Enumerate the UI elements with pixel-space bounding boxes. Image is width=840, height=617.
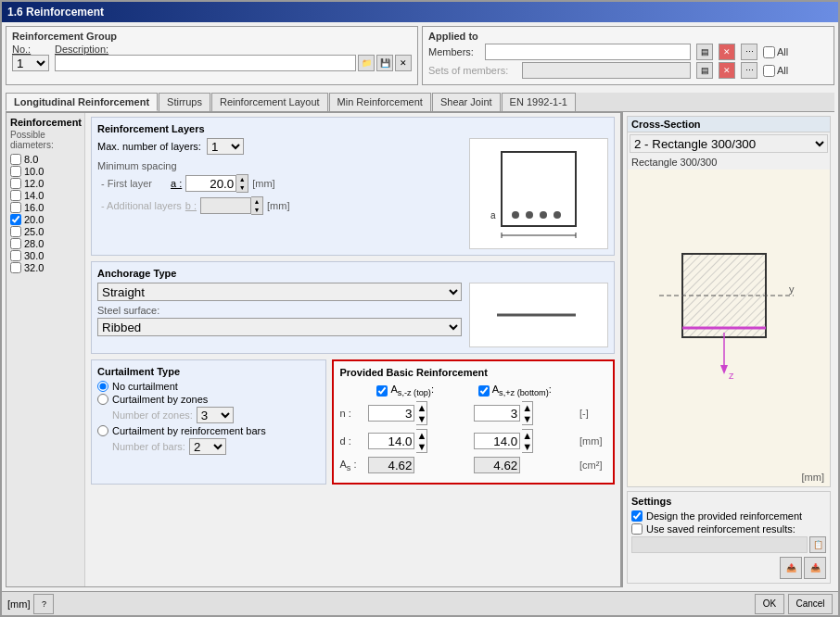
- reinforcement-left-panel: Reinforcement Possiblediameters: 8.0 10.…: [6, 113, 85, 586]
- settings-export-btn[interactable]: 📤: [780, 557, 802, 579]
- by-bars-radio[interactable]: [97, 425, 108, 436]
- steel-surface-select[interactable]: Ribbed Plain: [97, 318, 462, 336]
- members-input[interactable]: 7: [485, 44, 691, 60]
- window-title: 1.6 Reinforcement: [7, 6, 104, 19]
- members-select-btn[interactable]: ▤: [696, 44, 713, 60]
- tab-en[interactable]: EN 1992-1-1: [502, 93, 576, 111]
- top-reinf-checkbox[interactable]: [376, 385, 388, 397]
- by-zones-label: Curtailment by zones: [112, 394, 208, 405]
- description-input[interactable]: [55, 55, 356, 71]
- d-bottom-down[interactable]: ▼: [522, 441, 532, 452]
- n-bottom-down[interactable]: ▼: [522, 413, 532, 424]
- sets-select-btn[interactable]: ▤: [696, 62, 713, 79]
- svg-rect-11: [682, 254, 766, 337]
- anchorage-title: Anchorage Type: [97, 268, 608, 279]
- sets-delete-btn[interactable]: ✕: [719, 62, 735, 79]
- as-bottom-input[interactable]: [474, 457, 520, 473]
- unit-label: [mm]: [7, 598, 30, 610]
- diameter-25-value: 25.0: [24, 226, 44, 237]
- reinforcement-main-area: Reinforcement Layers Max. number of laye…: [85, 113, 620, 586]
- tab-min-reinf[interactable]: Min Reinforcement: [329, 93, 431, 111]
- d-bottom-input[interactable]: [474, 433, 520, 449]
- diameter-16-check[interactable]: [10, 202, 21, 213]
- anchorage-type-select[interactable]: Straight Hook Loop: [97, 283, 462, 301]
- diameter-8-check[interactable]: [10, 154, 21, 165]
- tab-shear[interactable]: Shear Joint: [432, 93, 501, 111]
- diameter-10-value: 10.0: [24, 166, 44, 177]
- n-top-input[interactable]: [368, 405, 414, 422]
- n-top-down[interactable]: ▼: [416, 413, 426, 424]
- settings-import-btn[interactable]: 📥: [804, 557, 826, 579]
- as-top-input[interactable]: [368, 457, 414, 473]
- bars-count-select[interactable]: 2 3 4: [189, 438, 226, 455]
- members-all-checkbox[interactable]: [763, 46, 775, 58]
- diameter-14-check[interactable]: [10, 190, 21, 201]
- sets-all-checkbox[interactable]: [763, 65, 775, 77]
- zones-count-select[interactable]: 3 2 4: [197, 407, 234, 423]
- by-zones-radio[interactable]: [97, 394, 108, 405]
- first-layer-down-arrow[interactable]: ▼: [236, 183, 248, 192]
- folder-open-btn[interactable]: 📁: [358, 55, 375, 71]
- n-top-up[interactable]: ▲: [416, 402, 426, 413]
- diameter-32: 32.0: [10, 262, 81, 273]
- sets-input[interactable]: [522, 62, 691, 79]
- cross-section-dropdown[interactable]: 2 - Rectangle 300/300: [630, 134, 828, 153]
- bottom-bar: [mm] ? OK Cancel: [2, 591, 838, 615]
- tab-stirrups[interactable]: Stirrups: [159, 93, 210, 111]
- d-top-input[interactable]: [368, 433, 414, 449]
- diameter-32-check[interactable]: [10, 262, 21, 273]
- saved-reinf-input[interactable]: [631, 536, 808, 553]
- layers-title: Reinforcement Layers: [97, 123, 608, 134]
- ok-btn[interactable]: OK: [755, 594, 784, 614]
- help-btn[interactable]: ?: [33, 594, 54, 614]
- no-select[interactable]: 1: [12, 55, 49, 71]
- add-layers-b: b :: [185, 200, 197, 211]
- add-layers-up-arrow[interactable]: ▲: [251, 197, 262, 206]
- members-more-btn[interactable]: ⋯: [741, 44, 757, 60]
- no-curtailment-radio[interactable]: [97, 381, 108, 392]
- diameter-16-value: 16.0: [24, 202, 44, 213]
- diameter-30-check[interactable]: [10, 250, 21, 261]
- applied-to-label: Applied to: [428, 31, 828, 42]
- diameter-20-check[interactable]: [10, 214, 21, 225]
- tab-layout[interactable]: Reinforcement Layout: [211, 93, 328, 111]
- cross-section-header: Cross-Section: [628, 117, 830, 132]
- svg-point-4: [554, 211, 561, 219]
- max-layers-select[interactable]: 1 2 3: [207, 138, 244, 155]
- diameter-12-value: 12.0: [24, 178, 44, 189]
- saved-checkbox[interactable]: [631, 523, 643, 535]
- add-layers-unit: [mm]: [267, 200, 289, 211]
- diameter-12-check[interactable]: [10, 178, 21, 189]
- top-reinf-label: As,-z (top):: [390, 384, 434, 397]
- cross-section-canvas: y z [mm]: [628, 170, 830, 486]
- svg-text:z: z: [729, 370, 734, 381]
- cross-section-box: Cross-Section 2 - Rectangle 300/300 Rect…: [627, 116, 831, 487]
- no-curtailment-label: No curtailment: [112, 381, 178, 392]
- first-layer-input[interactable]: [185, 175, 236, 192]
- save-btn[interactable]: 💾: [376, 55, 393, 71]
- add-layers-input[interactable]: [200, 197, 251, 214]
- bottom-reinf-checkbox[interactable]: [478, 385, 490, 397]
- d-top-down[interactable]: ▼: [416, 441, 426, 452]
- d-top-up[interactable]: ▲: [416, 430, 426, 441]
- reinf-group-label: Reinforcement Group: [12, 31, 412, 42]
- delete-btn[interactable]: ✕: [395, 55, 412, 71]
- n-bottom-up[interactable]: ▲: [522, 402, 532, 413]
- n-bottom-input[interactable]: [474, 405, 520, 422]
- saved-label: Use saved reinforcement results:: [646, 523, 795, 535]
- add-layers-down-arrow[interactable]: ▼: [251, 206, 262, 214]
- first-layer-up-arrow[interactable]: ▲: [236, 175, 248, 183]
- members-delete-btn[interactable]: ✕: [719, 44, 735, 60]
- curtailment-title: Curtailment Type: [97, 366, 320, 377]
- tab-longitudinal[interactable]: Longitudinal Reinforcement: [6, 93, 158, 111]
- sets-more-btn[interactable]: ⋯: [741, 62, 757, 79]
- saved-reinf-browse-btn[interactable]: 📋: [809, 536, 826, 553]
- diameter-10-check[interactable]: [10, 166, 21, 177]
- diameter-25-check[interactable]: [10, 226, 21, 237]
- design-checkbox[interactable]: [631, 510, 643, 522]
- diameter-14-value: 14.0: [24, 190, 44, 201]
- cancel-btn[interactable]: Cancel: [788, 594, 833, 614]
- d-bottom-up[interactable]: ▲: [522, 430, 532, 441]
- diameter-28-check[interactable]: [10, 238, 21, 249]
- svg-text:y: y: [789, 283, 795, 295]
